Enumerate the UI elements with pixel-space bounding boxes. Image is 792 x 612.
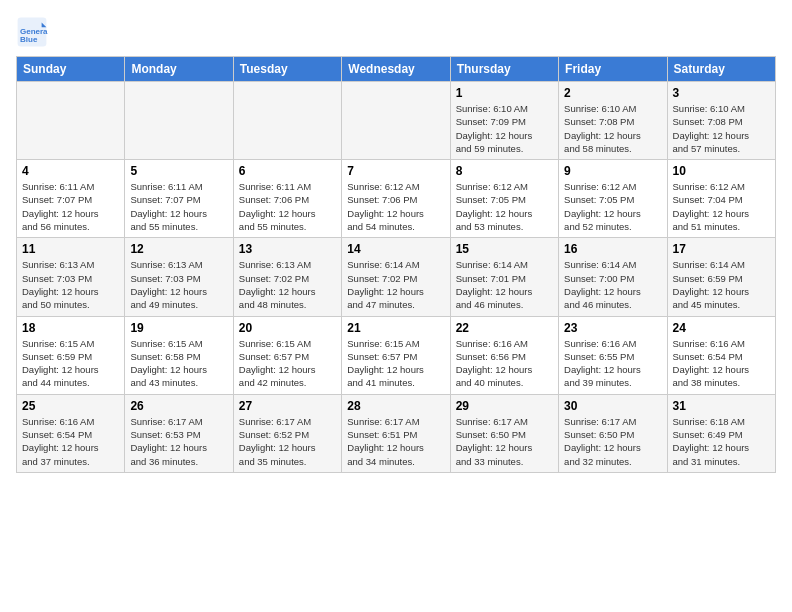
calendar-cell: 15Sunrise: 6:14 AM Sunset: 7:01 PM Dayli… xyxy=(450,238,558,316)
calendar-cell: 29Sunrise: 6:17 AM Sunset: 6:50 PM Dayli… xyxy=(450,394,558,472)
day-number: 9 xyxy=(564,164,661,178)
header-friday: Friday xyxy=(559,57,667,82)
calendar-cell: 4Sunrise: 6:11 AM Sunset: 7:07 PM Daylig… xyxy=(17,160,125,238)
day-info: Sunrise: 6:17 AM Sunset: 6:51 PM Dayligh… xyxy=(347,415,444,468)
calendar-cell: 25Sunrise: 6:16 AM Sunset: 6:54 PM Dayli… xyxy=(17,394,125,472)
calendar-cell: 1Sunrise: 6:10 AM Sunset: 7:09 PM Daylig… xyxy=(450,82,558,160)
day-info: Sunrise: 6:13 AM Sunset: 7:03 PM Dayligh… xyxy=(130,258,227,311)
day-info: Sunrise: 6:10 AM Sunset: 7:09 PM Dayligh… xyxy=(456,102,553,155)
calendar-cell: 27Sunrise: 6:17 AM Sunset: 6:52 PM Dayli… xyxy=(233,394,341,472)
calendar-cell: 20Sunrise: 6:15 AM Sunset: 6:57 PM Dayli… xyxy=(233,316,341,394)
day-number: 8 xyxy=(456,164,553,178)
day-number: 5 xyxy=(130,164,227,178)
header-thursday: Thursday xyxy=(450,57,558,82)
day-info: Sunrise: 6:15 AM Sunset: 6:58 PM Dayligh… xyxy=(130,337,227,390)
calendar-cell: 5Sunrise: 6:11 AM Sunset: 7:07 PM Daylig… xyxy=(125,160,233,238)
calendar-cell: 16Sunrise: 6:14 AM Sunset: 7:00 PM Dayli… xyxy=(559,238,667,316)
day-info: Sunrise: 6:15 AM Sunset: 6:57 PM Dayligh… xyxy=(347,337,444,390)
day-number: 13 xyxy=(239,242,336,256)
calendar-cell: 23Sunrise: 6:16 AM Sunset: 6:55 PM Dayli… xyxy=(559,316,667,394)
calendar-cell: 12Sunrise: 6:13 AM Sunset: 7:03 PM Dayli… xyxy=(125,238,233,316)
logo-icon: General Blue xyxy=(16,16,48,48)
day-info: Sunrise: 6:12 AM Sunset: 7:06 PM Dayligh… xyxy=(347,180,444,233)
day-info: Sunrise: 6:15 AM Sunset: 6:57 PM Dayligh… xyxy=(239,337,336,390)
calendar-table: SundayMondayTuesdayWednesdayThursdayFrid… xyxy=(16,56,776,473)
calendar-cell xyxy=(17,82,125,160)
page-header: General Blue xyxy=(16,16,776,48)
day-info: Sunrise: 6:14 AM Sunset: 6:59 PM Dayligh… xyxy=(673,258,770,311)
calendar-week-row: 18Sunrise: 6:15 AM Sunset: 6:59 PM Dayli… xyxy=(17,316,776,394)
day-number: 16 xyxy=(564,242,661,256)
calendar-cell: 11Sunrise: 6:13 AM Sunset: 7:03 PM Dayli… xyxy=(17,238,125,316)
day-info: Sunrise: 6:18 AM Sunset: 6:49 PM Dayligh… xyxy=(673,415,770,468)
calendar-cell: 9Sunrise: 6:12 AM Sunset: 7:05 PM Daylig… xyxy=(559,160,667,238)
day-number: 7 xyxy=(347,164,444,178)
calendar-cell: 6Sunrise: 6:11 AM Sunset: 7:06 PM Daylig… xyxy=(233,160,341,238)
header-monday: Monday xyxy=(125,57,233,82)
day-info: Sunrise: 6:13 AM Sunset: 7:03 PM Dayligh… xyxy=(22,258,119,311)
day-number: 6 xyxy=(239,164,336,178)
calendar-cell: 13Sunrise: 6:13 AM Sunset: 7:02 PM Dayli… xyxy=(233,238,341,316)
day-number: 22 xyxy=(456,321,553,335)
calendar-cell: 19Sunrise: 6:15 AM Sunset: 6:58 PM Dayli… xyxy=(125,316,233,394)
day-info: Sunrise: 6:16 AM Sunset: 6:54 PM Dayligh… xyxy=(673,337,770,390)
day-number: 14 xyxy=(347,242,444,256)
day-info: Sunrise: 6:17 AM Sunset: 6:52 PM Dayligh… xyxy=(239,415,336,468)
day-info: Sunrise: 6:16 AM Sunset: 6:55 PM Dayligh… xyxy=(564,337,661,390)
day-info: Sunrise: 6:14 AM Sunset: 7:02 PM Dayligh… xyxy=(347,258,444,311)
day-number: 31 xyxy=(673,399,770,413)
calendar-cell: 14Sunrise: 6:14 AM Sunset: 7:02 PM Dayli… xyxy=(342,238,450,316)
day-number: 27 xyxy=(239,399,336,413)
day-info: Sunrise: 6:17 AM Sunset: 6:50 PM Dayligh… xyxy=(564,415,661,468)
day-info: Sunrise: 6:10 AM Sunset: 7:08 PM Dayligh… xyxy=(564,102,661,155)
day-info: Sunrise: 6:16 AM Sunset: 6:56 PM Dayligh… xyxy=(456,337,553,390)
day-number: 28 xyxy=(347,399,444,413)
calendar-cell xyxy=(125,82,233,160)
calendar-week-row: 11Sunrise: 6:13 AM Sunset: 7:03 PM Dayli… xyxy=(17,238,776,316)
day-number: 11 xyxy=(22,242,119,256)
calendar-cell: 26Sunrise: 6:17 AM Sunset: 6:53 PM Dayli… xyxy=(125,394,233,472)
header-wednesday: Wednesday xyxy=(342,57,450,82)
day-info: Sunrise: 6:12 AM Sunset: 7:05 PM Dayligh… xyxy=(564,180,661,233)
calendar-cell: 31Sunrise: 6:18 AM Sunset: 6:49 PM Dayli… xyxy=(667,394,775,472)
day-info: Sunrise: 6:14 AM Sunset: 7:01 PM Dayligh… xyxy=(456,258,553,311)
day-number: 25 xyxy=(22,399,119,413)
calendar-cell: 17Sunrise: 6:14 AM Sunset: 6:59 PM Dayli… xyxy=(667,238,775,316)
day-info: Sunrise: 6:17 AM Sunset: 6:50 PM Dayligh… xyxy=(456,415,553,468)
day-number: 20 xyxy=(239,321,336,335)
svg-text:General: General xyxy=(20,27,48,36)
calendar-cell xyxy=(342,82,450,160)
day-info: Sunrise: 6:11 AM Sunset: 7:06 PM Dayligh… xyxy=(239,180,336,233)
day-number: 4 xyxy=(22,164,119,178)
day-info: Sunrise: 6:14 AM Sunset: 7:00 PM Dayligh… xyxy=(564,258,661,311)
calendar-cell: 24Sunrise: 6:16 AM Sunset: 6:54 PM Dayli… xyxy=(667,316,775,394)
day-info: Sunrise: 6:13 AM Sunset: 7:02 PM Dayligh… xyxy=(239,258,336,311)
day-number: 18 xyxy=(22,321,119,335)
day-info: Sunrise: 6:17 AM Sunset: 6:53 PM Dayligh… xyxy=(130,415,227,468)
day-number: 17 xyxy=(673,242,770,256)
calendar-cell: 18Sunrise: 6:15 AM Sunset: 6:59 PM Dayli… xyxy=(17,316,125,394)
day-number: 23 xyxy=(564,321,661,335)
svg-text:Blue: Blue xyxy=(20,35,38,44)
calendar-cell: 10Sunrise: 6:12 AM Sunset: 7:04 PM Dayli… xyxy=(667,160,775,238)
day-number: 24 xyxy=(673,321,770,335)
day-number: 21 xyxy=(347,321,444,335)
day-number: 3 xyxy=(673,86,770,100)
day-info: Sunrise: 6:12 AM Sunset: 7:04 PM Dayligh… xyxy=(673,180,770,233)
calendar-cell: 22Sunrise: 6:16 AM Sunset: 6:56 PM Dayli… xyxy=(450,316,558,394)
day-info: Sunrise: 6:12 AM Sunset: 7:05 PM Dayligh… xyxy=(456,180,553,233)
day-info: Sunrise: 6:10 AM Sunset: 7:08 PM Dayligh… xyxy=(673,102,770,155)
day-number: 12 xyxy=(130,242,227,256)
calendar-cell: 30Sunrise: 6:17 AM Sunset: 6:50 PM Dayli… xyxy=(559,394,667,472)
day-number: 2 xyxy=(564,86,661,100)
day-number: 19 xyxy=(130,321,227,335)
calendar-cell: 8Sunrise: 6:12 AM Sunset: 7:05 PM Daylig… xyxy=(450,160,558,238)
header-tuesday: Tuesday xyxy=(233,57,341,82)
header-sunday: Sunday xyxy=(17,57,125,82)
day-info: Sunrise: 6:15 AM Sunset: 6:59 PM Dayligh… xyxy=(22,337,119,390)
day-number: 29 xyxy=(456,399,553,413)
calendar-week-row: 1Sunrise: 6:10 AM Sunset: 7:09 PM Daylig… xyxy=(17,82,776,160)
day-info: Sunrise: 6:16 AM Sunset: 6:54 PM Dayligh… xyxy=(22,415,119,468)
day-number: 1 xyxy=(456,86,553,100)
day-info: Sunrise: 6:11 AM Sunset: 7:07 PM Dayligh… xyxy=(22,180,119,233)
